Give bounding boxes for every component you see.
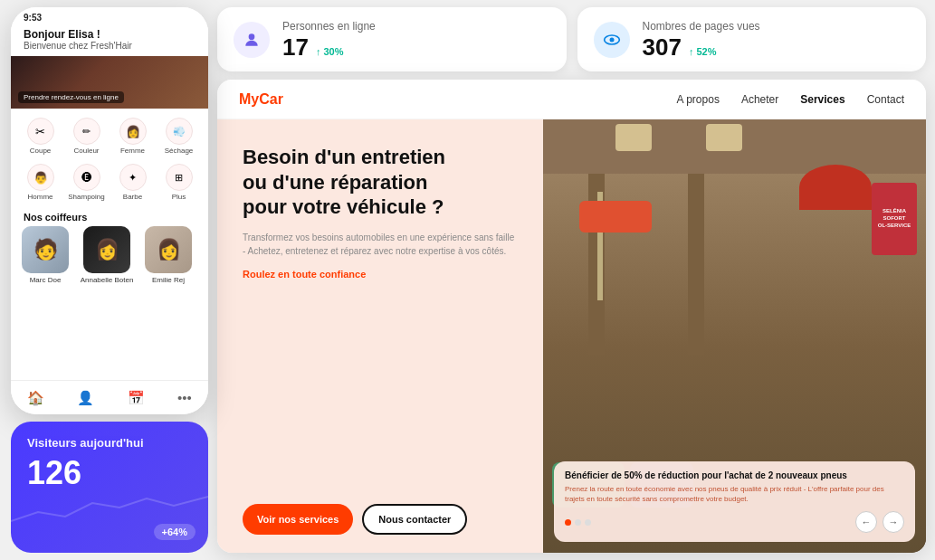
- garage-pillar-2: [688, 174, 704, 355]
- lifted-car: [579, 201, 652, 233]
- barbe-icon: ✦: [119, 164, 147, 191]
- website-nav: MyCar A propos Acheter Services Contact: [217, 80, 926, 119]
- phone-banner-label[interactable]: Prendre rendez-vous en ligne: [18, 91, 124, 103]
- hairdresser-emilie-name: Emilie Rej: [152, 276, 185, 284]
- stat-views-info: Nombres de pages vues 307 ↑ 52%: [643, 20, 760, 59]
- hairdressers-row: 🧑 Marc Doe 👩 Annabelle Boten 👩 Emilie Re…: [11, 226, 208, 284]
- visitor-widget-title: Visiteurs aujourd'hui: [27, 436, 192, 450]
- shampoing-icon: 🅔: [73, 164, 100, 191]
- svg-point-0: [249, 33, 255, 40]
- nav-more-icon[interactable]: •••: [177, 390, 192, 405]
- nav-calendar-icon[interactable]: 📅: [128, 390, 145, 406]
- sechage-label: Séchage: [165, 147, 194, 155]
- stat-card-persons: Personnes en ligne 17 ↑ 30%: [217, 7, 567, 71]
- website-mockup: MyCar A propos Acheter Services Contact …: [217, 80, 926, 553]
- promo-dot-1[interactable]: [565, 519, 571, 526]
- service-barbe[interactable]: ✦ Barbe: [110, 160, 155, 204]
- service-plus[interactable]: ⊞ Plus: [157, 160, 201, 204]
- service-couleur[interactable]: ✏ Couleur: [64, 114, 109, 158]
- status-time: 9:53: [24, 13, 42, 23]
- voir-nos-services-button[interactable]: Voir nos services: [243, 504, 353, 535]
- femme-icon: 👩: [119, 118, 147, 145]
- promo-card-title: Bénéficier de 50% de réduction pour l'ac…: [565, 470, 904, 480]
- phone-greeting: Bonjour Elisa !: [24, 28, 196, 41]
- service-femme[interactable]: 👩 Femme: [110, 114, 155, 158]
- hairdresser-annabelle[interactable]: 👩 Annabelle Boten: [80, 226, 134, 284]
- promo-card: Bénéficier de 50% de réduction pour l'ac…: [554, 461, 915, 542]
- avatar-marc: 🧑: [22, 226, 69, 273]
- stat-views-value: 307: [643, 35, 682, 59]
- hero-buttons: Voir nos services Nous contacter: [243, 504, 518, 535]
- couleur-icon: ✏: [73, 118, 100, 145]
- femme-label: Femme: [120, 147, 145, 155]
- hero-right: SELĒNIASOFORTOL-SERVICE Bénéficier de 50…: [543, 119, 926, 553]
- hero-headline: Besoin d'un entretienou d'une réparation…: [243, 145, 518, 220]
- nav-link-contact[interactable]: Contact: [867, 93, 904, 106]
- phone-sub-greeting: Bienvenue chez Fresh'Hair: [24, 41, 196, 51]
- homme-label: Homme: [27, 193, 52, 201]
- promo-next-button[interactable]: →: [883, 511, 904, 533]
- nav-link-acheter[interactable]: Acheter: [741, 93, 778, 106]
- phone-mockup: 9:53 Bonjour Elisa ! Bienvenue chez Fres…: [11, 7, 208, 414]
- avatar-emilie: 👩: [145, 226, 192, 273]
- hero-left: Besoin d'un entretienou d'une réparation…: [217, 119, 543, 553]
- shampoing-label: Shampoing: [68, 193, 104, 201]
- nous-contacter-button[interactable]: Nous contacter: [362, 504, 467, 535]
- sechage-icon: 💨: [166, 118, 193, 145]
- garage-sign: SELĒNIASOFORTOL-SERVICE: [872, 183, 917, 255]
- service-shampoing[interactable]: 🅔 Shampoing: [64, 160, 109, 204]
- homme-icon: 👨: [27, 164, 54, 191]
- stats-row: Personnes en ligne 17 ↑ 30% Nombres de p…: [217, 7, 926, 71]
- hairdresser-marc[interactable]: 🧑 Marc Doe: [18, 226, 72, 284]
- svg-point-2: [609, 37, 614, 42]
- hero-subtext: Transformez vos besoins automobiles en u…: [243, 231, 518, 258]
- plus-icon: ⊞: [166, 164, 193, 191]
- phone-bottom-nav: 🏠 👤 📅 •••: [11, 380, 208, 414]
- nav-link-apropos[interactable]: A propos: [677, 93, 720, 106]
- nav-home-icon[interactable]: 🏠: [27, 390, 44, 406]
- promo-dot-3[interactable]: [585, 519, 591, 526]
- coupe-label: Coupe: [30, 147, 52, 155]
- visitor-wave-chart: [11, 489, 208, 526]
- views-icon: [594, 22, 630, 58]
- phone-status-bar: 9:53: [11, 7, 208, 24]
- ceiling-light-1: [615, 124, 652, 151]
- coupe-icon: ✂: [27, 118, 54, 145]
- plus-label: Plus: [172, 193, 186, 201]
- stat-card-views: Nombres de pages vues 307 ↑ 52%: [577, 7, 927, 71]
- couleur-label: Couleur: [73, 147, 99, 155]
- hairdresser-annabelle-name: Annabelle Boten: [81, 276, 134, 284]
- barbe-label: Barbe: [123, 193, 142, 201]
- hairdresser-marc-name: Marc Doe: [30, 276, 62, 284]
- stat-views-label: Nombres de pages vues: [643, 20, 760, 33]
- nav-link-services[interactable]: Services: [800, 93, 844, 106]
- promo-card-text: Prenez la route en toute économie avec n…: [565, 484, 904, 504]
- website-logo: MyCar: [239, 91, 283, 108]
- phone-header: Bonjour Elisa ! Bienvenue chez Fresh'Hai…: [11, 24, 208, 56]
- stat-persons-info: Personnes en ligne 17 ↑ 30%: [282, 20, 376, 59]
- stat-persons-change: ↑ 30%: [316, 46, 344, 57]
- phone-services-grid: ✂ Coupe ✏ Couleur 👩 Femme 💨 Séchage 👨 Ho…: [11, 109, 208, 210]
- hairdresser-emilie[interactable]: 👩 Emilie Rej: [141, 226, 196, 284]
- hero-cta-link[interactable]: Roulez en toute confiance: [243, 269, 518, 280]
- visitor-badge: +64%: [154, 524, 196, 540]
- umbrella-shape: [799, 165, 872, 210]
- stat-views-change: ↑ 52%: [689, 46, 717, 57]
- persons-icon: [234, 22, 270, 58]
- phone-banner: Prendre rendez-vous en ligne: [11, 56, 208, 109]
- stat-persons-value: 17: [282, 35, 309, 59]
- website-nav-links: A propos Acheter Services Contact: [677, 93, 904, 106]
- avatar-annabelle: 👩: [83, 226, 130, 273]
- stat-persons-label: Personnes en ligne: [282, 20, 376, 33]
- hairdressers-title: Nos coiffeurs: [11, 210, 208, 226]
- promo-dots: [565, 519, 591, 526]
- ceiling-light-2: [706, 124, 742, 151]
- promo-card-footer: ← →: [565, 511, 904, 533]
- service-sechage[interactable]: 💨 Séchage: [157, 114, 201, 158]
- website-hero: Besoin d'un entretienou d'une réparation…: [217, 119, 926, 553]
- service-homme[interactable]: 👨 Homme: [18, 160, 62, 204]
- nav-profile-icon[interactable]: 👤: [77, 390, 94, 406]
- service-coupe[interactable]: ✂ Coupe: [18, 114, 62, 158]
- promo-prev-button[interactable]: ←: [855, 511, 877, 533]
- promo-dot-2[interactable]: [575, 519, 581, 526]
